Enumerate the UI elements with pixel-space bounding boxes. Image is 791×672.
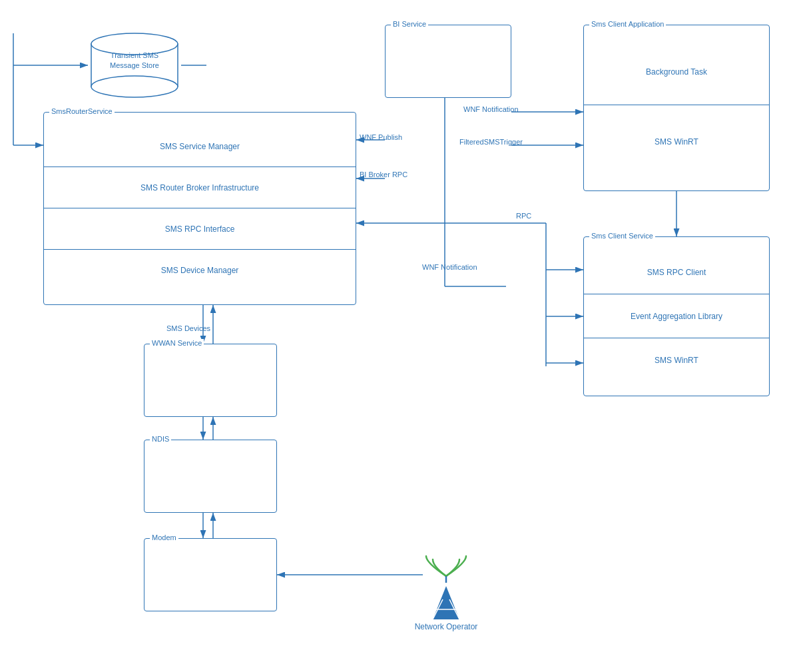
filtered-sms-trigger-label: FilteredSMSTrigger	[459, 138, 523, 146]
network-operator-label: Network Operator	[415, 622, 478, 631]
modem-label: Modem	[150, 533, 178, 541]
sms-client-service-label: Sms Client Service	[589, 232, 655, 240]
tower-body-svg	[419, 586, 473, 619]
transient-sms-label: Transient SMSMessage Store	[88, 51, 181, 71]
bi-service-label: BI Service	[391, 20, 428, 28]
transient-sms-container: Transient SMSMessage Store	[88, 32, 181, 99]
rpc-label: RPC	[516, 212, 531, 220]
wnf-notification-top-label: WNF Notification	[463, 105, 519, 113]
wwan-service-label: WWAN Service	[150, 339, 204, 347]
sms-router-service-label: SmsRouterService	[49, 107, 115, 115]
sms-router-service-box: SmsRouterService SMS Service Manager SMS…	[43, 112, 356, 305]
bi-service-box: BI Service	[385, 25, 511, 98]
wnf-notification-bottom-label: WNF Notification	[422, 263, 477, 271]
ndis-box: NDIS	[144, 440, 277, 513]
sms-service-manager-row: SMS Service Manager	[44, 126, 356, 167]
sms-winrt-service-row: SMS WinRT	[584, 338, 769, 382]
diagram-container: Transient SMSMessage Store SmsRouterServ…	[0, 0, 791, 672]
sms-rpc-interface-row: SMS RPC Interface	[44, 208, 356, 250]
event-aggregation-row: Event Aggregation Library	[584, 294, 769, 338]
sms-client-app-box: Sms Client Application Background Task S…	[583, 25, 770, 191]
svg-point-33	[91, 76, 178, 97]
modem-box: Modem	[144, 538, 277, 611]
network-operator-container: Network Operator	[406, 546, 486, 631]
sms-winrt-app-row: SMS WinRT	[584, 105, 769, 178]
sms-client-app-label: Sms Client Application	[589, 20, 666, 28]
sms-device-manager-row: SMS Device Manager	[44, 250, 356, 291]
wwan-service-box: WWAN Service	[144, 344, 277, 417]
bi-broker-rpc-label: BI Broker RPC	[360, 170, 407, 178]
sms-client-service-box: Sms Client Service SMS RPC Client Event …	[583, 236, 770, 396]
background-task-row: Background Task	[584, 39, 769, 105]
sms-devices-label: SMS Devices	[166, 324, 210, 332]
wnf-publish-label: WNF Publish	[360, 133, 402, 141]
sms-router-broker-row: SMS Router Broker Infrastructure	[44, 167, 356, 208]
svg-marker-35	[433, 586, 459, 619]
ndis-label: NDIS	[150, 435, 171, 443]
tower-signal-svg	[419, 546, 473, 586]
sms-rpc-client-row: SMS RPC Client	[584, 250, 769, 294]
